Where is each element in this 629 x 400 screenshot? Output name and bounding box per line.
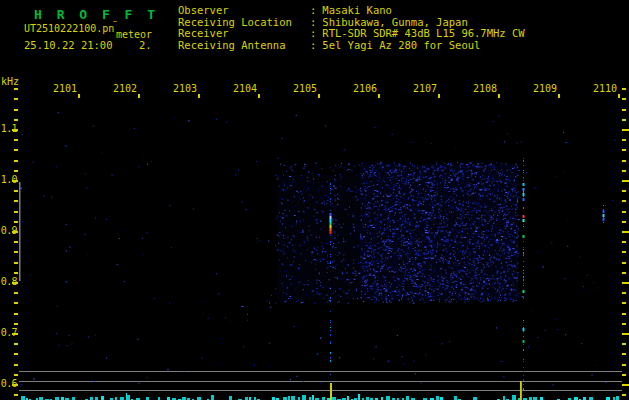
y-minor-tick-right (622, 211, 626, 213)
y-minor-tick-right (622, 262, 626, 264)
x-tick-label: 2101 (52, 84, 77, 94)
y-major-tick-right (622, 231, 629, 233)
y-minor-tick-left (14, 343, 18, 345)
info-colon: : (310, 16, 316, 28)
y-major-tick-left (12, 231, 18, 233)
y-minor-tick-right (622, 200, 626, 202)
y-major-tick-left (12, 129, 18, 131)
y-minor-tick-right (622, 88, 626, 90)
y-major-tick-right (622, 180, 629, 182)
y-minor-tick-right (622, 251, 626, 253)
y-minor-tick-left (14, 221, 18, 223)
x-tick-label: 2107 (412, 84, 437, 94)
y-minor-tick-right (622, 221, 626, 223)
y-minor-tick-left (14, 200, 18, 202)
y-minor-tick-left (14, 251, 18, 253)
y-minor-tick-right (622, 139, 626, 141)
y-minor-tick-right (622, 109, 626, 111)
y-minor-tick-left (14, 211, 18, 213)
y-minor-tick-left (14, 353, 18, 355)
info-colon: : (310, 4, 316, 16)
x-tick-label: 2105 (292, 84, 317, 94)
y-minor-tick-right (622, 149, 626, 151)
info-value: Shibukawa, Gunma, Japan (322, 16, 467, 28)
spectrogram-canvas (19, 98, 622, 400)
observation-info: Observer:Masaki KanoReceiving Location:S… (178, 5, 525, 51)
y-minor-tick-right (622, 302, 626, 304)
y-major-tick-right (622, 384, 629, 386)
y-major-tick-left (12, 384, 18, 386)
y-minor-tick-left (14, 88, 18, 90)
info-row: Observer:Masaki Kano (178, 5, 525, 17)
y-major-tick-right (622, 282, 629, 284)
y-minor-tick-right (622, 353, 626, 355)
x-tick-label: 2102 (112, 84, 137, 94)
y-minor-tick-right (622, 364, 626, 366)
y-axis-unit-label: kHz (1, 77, 19, 87)
y-minor-tick-left (14, 139, 18, 141)
info-value: 5el Yagi Az 280 for Seoul (322, 39, 480, 51)
y-major-tick-right (622, 333, 629, 335)
x-tick-label: 2106 (352, 84, 377, 94)
info-colon: : (310, 27, 316, 39)
x-tick-label: 2108 (472, 84, 497, 94)
y-minor-tick-left (14, 272, 18, 274)
y-major-tick-right (622, 129, 629, 131)
y-minor-tick-left (14, 313, 18, 315)
y-minor-tick-left (14, 109, 18, 111)
y-minor-tick-right (622, 394, 626, 396)
y-minor-tick-left (14, 149, 18, 151)
record-counter: 2. (139, 40, 152, 51)
info-colon: : (310, 39, 316, 51)
y-minor-tick-right (622, 241, 626, 243)
y-minor-tick-right (622, 119, 626, 121)
y-minor-tick-left (14, 292, 18, 294)
y-minor-tick-left (14, 394, 18, 396)
y-minor-tick-right (622, 160, 626, 162)
y-minor-tick-left (14, 190, 18, 192)
filename-label: UT2510222100.pn (24, 23, 114, 34)
y-minor-tick-left (14, 323, 18, 325)
y-minor-tick-right (622, 313, 626, 315)
x-tick-label: 2104 (232, 84, 257, 94)
y-minor-tick-left (14, 302, 18, 304)
info-label: Receiving Antenna (178, 40, 310, 52)
info-label: Observer (178, 5, 310, 17)
y-minor-tick-right (622, 374, 626, 376)
x-tick-label: 2109 (532, 84, 557, 94)
y-minor-tick-right (622, 170, 626, 172)
y-minor-tick-right (622, 190, 626, 192)
info-value: RTL-SDR SDR# 43dB L15 96.7MHz CW (322, 27, 524, 39)
y-major-tick-left (12, 282, 18, 284)
app-title: H R O F F T (34, 7, 159, 22)
y-minor-tick-right (622, 323, 626, 325)
info-value: Masaki Kano (322, 4, 392, 16)
datetime-label: 25.10.22 21:00 (24, 40, 113, 51)
hrofft-screen: H R O F F T UT2510222100.pn ¨ meteor 25.… (0, 0, 629, 400)
y-major-tick-left (12, 333, 18, 335)
y-minor-tick-left (14, 241, 18, 243)
y-minor-tick-left (14, 170, 18, 172)
y-minor-tick-left (14, 262, 18, 264)
y-major-tick-left (12, 180, 18, 182)
x-tick-label: 2103 (172, 84, 197, 94)
y-minor-tick-left (14, 374, 18, 376)
y-minor-tick-right (622, 343, 626, 345)
y-minor-tick-left (14, 364, 18, 366)
x-tick-label: 2110 (592, 84, 617, 94)
info-row: Receiving Antenna:5el Yagi Az 280 for Se… (178, 40, 525, 52)
y-minor-tick-left (14, 160, 18, 162)
y-minor-tick-left (14, 119, 18, 121)
y-minor-tick-right (622, 98, 626, 100)
y-minor-tick-right (622, 272, 626, 274)
y-minor-tick-right (622, 292, 626, 294)
y-minor-tick-left (14, 98, 18, 100)
